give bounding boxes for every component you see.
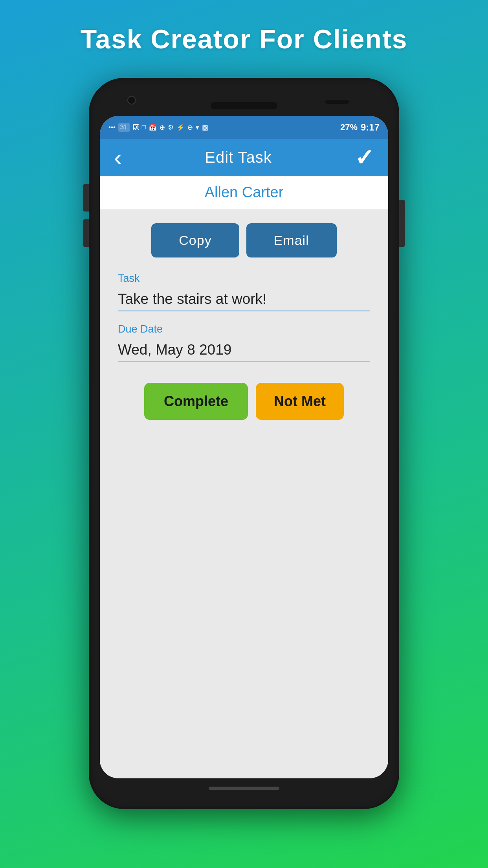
task-input[interactable] — [118, 288, 370, 311]
app-header: ‹ Edit Task ✓ — [100, 139, 388, 176]
copy-button[interactable]: Copy — [151, 223, 239, 257]
client-name-bar: Allen Carter — [100, 176, 388, 209]
task-field-group: Task — [118, 272, 370, 311]
bluetooth-icon: ⚡ — [176, 123, 185, 132]
header-title: Edit Task — [205, 149, 272, 166]
settings-icon: ⚙ — [168, 123, 174, 132]
client-name: Allen Carter — [205, 184, 284, 200]
time-display: 9:17 — [361, 122, 380, 133]
due-date-field-group: Due Date Wed, May 8 2019 — [118, 323, 370, 362]
status-buttons-row: Complete Not Met — [118, 383, 370, 420]
screen: ••• 31 🖼 □ 📅 ⊕ ⚙ ⚡ ⊖ ▾ ▩ 27% 9:17 — [100, 116, 388, 778]
content-area: Copy Email Task Due Date Wed, May 8 2019… — [100, 209, 388, 778]
notification-dots-icon: ••• — [108, 123, 116, 131]
not-met-button[interactable]: Not Met — [256, 383, 344, 420]
mute-icon: ⊖ — [187, 123, 193, 132]
status-bar: ••• 31 🖼 □ 📅 ⊕ ⚙ ⚡ ⊖ ▾ ▩ 27% 9:17 — [100, 116, 388, 139]
globe-icon: ⊕ — [160, 123, 165, 132]
email-button[interactable]: Email — [246, 223, 337, 257]
back-button[interactable]: ‹ — [114, 146, 122, 169]
calendar-icon: 31 — [118, 123, 130, 132]
calendar2-icon: 📅 — [149, 123, 157, 132]
phone-frame: ••• 31 🖼 □ 📅 ⊕ ⚙ ⚡ ⊖ ▾ ▩ 27% 9:17 — [89, 78, 399, 809]
page-title: Task Creator For Clients — [81, 24, 408, 54]
screen-icon: □ — [142, 123, 146, 131]
action-buttons-row: Copy Email — [118, 223, 370, 257]
battery-percent: 27% — [340, 122, 358, 132]
due-date-value[interactable]: Wed, May 8 2019 — [118, 338, 370, 362]
due-date-label: Due Date — [118, 323, 370, 335]
save-check-button[interactable]: ✓ — [355, 146, 374, 169]
task-label: Task — [118, 272, 370, 285]
signal-icon: ▩ — [202, 123, 208, 132]
complete-button[interactable]: Complete — [144, 383, 248, 420]
image-icon: 🖼 — [132, 123, 139, 131]
wifi-icon: ▾ — [196, 123, 199, 132]
